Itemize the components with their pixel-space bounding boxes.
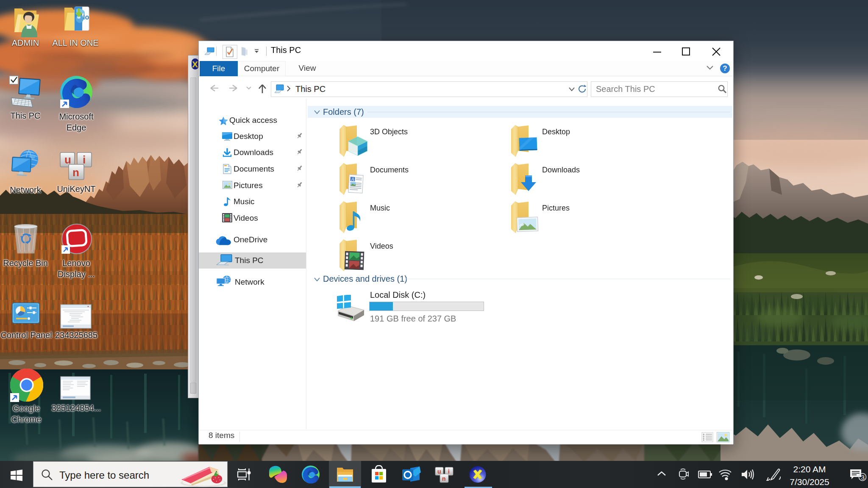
svg-text:A: A [351, 176, 354, 181]
svg-text:u: u [64, 153, 71, 166]
svg-text:u: u [437, 468, 441, 475]
svg-text:lo: lo [83, 14, 89, 21]
svg-text:i: i [448, 468, 450, 475]
svg-text:n: n [72, 166, 79, 179]
svg-text:n: n [442, 475, 446, 482]
svg-text:3: 3 [861, 474, 865, 481]
svg-text:i: i [83, 153, 86, 166]
